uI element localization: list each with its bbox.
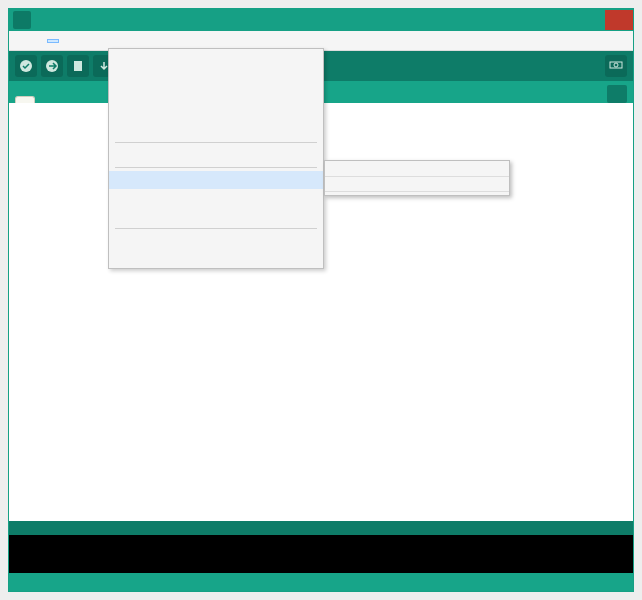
maximize-button[interactable] <box>577 10 605 30</box>
arduino-icon <box>13 11 31 29</box>
console <box>9 535 633 573</box>
serial-monitor-button[interactable] <box>605 55 627 77</box>
menu-port[interactable] <box>109 189 323 207</box>
menu-programmer[interactable] <box>109 232 323 250</box>
menu-help[interactable] <box>59 39 71 43</box>
board-submenu <box>324 160 510 196</box>
board-category <box>325 176 509 192</box>
menu-file[interactable] <box>11 39 23 43</box>
scroll-up-icon[interactable] <box>325 163 509 175</box>
menu-serial-monitor[interactable] <box>109 103 323 121</box>
menu-archive-sketch[interactable] <box>109 67 323 85</box>
tools-menu <box>108 48 324 269</box>
menu-tools[interactable] <box>47 39 59 43</box>
menu-burn-bootloader[interactable] <box>109 250 323 268</box>
svg-point-4 <box>614 63 618 67</box>
sketch-tab[interactable] <box>15 96 35 103</box>
menu-sketch[interactable] <box>35 39 47 43</box>
menu-serial-plotter[interactable] <box>109 121 323 139</box>
separator <box>115 228 317 229</box>
minimize-button[interactable] <box>549 10 577 30</box>
menu-board[interactable] <box>109 171 323 189</box>
upload-button[interactable] <box>41 55 63 77</box>
new-button[interactable] <box>67 55 89 77</box>
tab-menu-button[interactable] <box>607 85 627 103</box>
menu-fix-encoding[interactable] <box>109 85 323 103</box>
menu-get-board-info[interactable] <box>109 207 323 225</box>
close-button[interactable] <box>605 10 633 30</box>
titlebar <box>9 9 633 31</box>
message-bar <box>9 521 633 535</box>
svg-rect-2 <box>74 61 82 71</box>
separator <box>115 167 317 168</box>
verify-button[interactable] <box>15 55 37 77</box>
menu-auto-format[interactable] <box>109 49 323 67</box>
menu-edit[interactable] <box>23 39 35 43</box>
menu-wifi-updater[interactable] <box>109 146 323 164</box>
status-bar <box>9 573 633 591</box>
separator <box>115 142 317 143</box>
